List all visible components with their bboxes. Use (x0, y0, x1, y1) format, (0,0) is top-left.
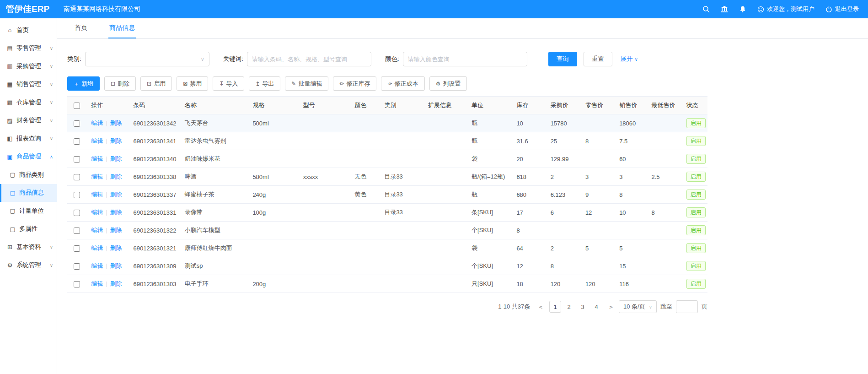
bank-icon[interactable] (721, 5, 728, 13)
cell-stock: 8 (512, 222, 546, 239)
row-checkbox[interactable] (74, 138, 80, 145)
edit-link[interactable]: 编辑 (91, 191, 103, 198)
sidebar-item-finance[interactable]: ▨财务管理∨ (0, 112, 57, 130)
next-page-button[interactable]: > (607, 304, 615, 310)
cell-retail_price: 5 (581, 239, 615, 257)
doc-icon: ▢ (9, 171, 16, 178)
edit-link[interactable]: 编辑 (91, 137, 103, 144)
welcome-user[interactable]: 欢迎您，测试用户 (757, 5, 814, 13)
sidebar-item-label: 商品类别 (19, 171, 44, 179)
row-checkbox[interactable] (74, 281, 80, 287)
edit-link[interactable]: 编辑 (91, 280, 103, 287)
chevron-down-icon: ∨ (50, 46, 53, 51)
cell-model (299, 257, 350, 275)
sidebar-item-goods-category[interactable]: ▢商品类别 (0, 166, 57, 184)
delete-link[interactable]: 删除 (110, 191, 122, 198)
select-all-checkbox[interactable] (74, 103, 80, 109)
cell-color (350, 239, 380, 257)
filter-bar: 类别: ∨ 关键词: 颜色: 查询 重置 展开 ∨ (67, 52, 712, 66)
table-row: 编辑|删除6901236301303电子手环200g只[SKU]18120120… (67, 275, 707, 293)
sidebar-item-multi-attribute[interactable]: ▢多属性 (0, 220, 57, 238)
delete-link[interactable]: 删除 (110, 173, 122, 180)
delete-link[interactable]: 删除 (110, 227, 122, 233)
logout-button[interactable]: 退出登录 (825, 5, 859, 13)
delete-button[interactable]: ⊟删除 (104, 76, 136, 91)
bell-icon[interactable] (739, 5, 746, 13)
cell-stock: 20 (512, 150, 546, 168)
page-2-button[interactable]: 2 (563, 301, 575, 313)
table-row: 编辑|删除6901236301341雷达杀虫气雾剂瓶31.62587.5启用 (67, 132, 707, 150)
prev-page-button[interactable]: < (536, 304, 545, 310)
delete-link[interactable]: 删除 (110, 119, 122, 126)
category-select[interactable]: ∨ (85, 52, 209, 66)
link-divider: | (106, 280, 107, 287)
edit-link[interactable]: 编辑 (91, 209, 103, 216)
delete-link[interactable]: 删除 (110, 280, 122, 287)
batch-edit-button[interactable]: ✎批量编辑 (285, 76, 328, 91)
delete-link[interactable]: 删除 (110, 209, 122, 216)
edit-link[interactable]: 编辑 (91, 119, 103, 126)
cell-min_price: 2.5 (647, 168, 681, 186)
cell-name: 小鹏汽车模型 (180, 222, 248, 239)
delete-link[interactable]: 删除 (110, 262, 122, 269)
reset-button[interactable]: 重置 (584, 52, 612, 66)
row-checkbox[interactable] (74, 228, 80, 234)
delete-link[interactable]: 删除 (110, 244, 122, 251)
page-1-button[interactable]: 1 (549, 301, 561, 313)
sidebar-item-label: 销售管理 (16, 80, 41, 88)
edit-link[interactable]: 编辑 (91, 244, 103, 251)
tab-goods-info[interactable]: 商品信息 (108, 18, 136, 38)
delete-link[interactable]: 删除 (110, 155, 122, 162)
column-header-status: 状态 (682, 97, 707, 114)
sidebar-item-goods[interactable]: ▣商品管理∧ (0, 148, 57, 166)
color-input[interactable] (403, 52, 527, 66)
fix-stock-button[interactable]: ✏修正库存 (333, 76, 376, 91)
page-4-button[interactable]: 4 (590, 301, 602, 313)
tab-home[interactable]: 首页 (74, 18, 88, 38)
add-button[interactable]: ＋新增 (67, 76, 100, 91)
sidebar-item-reports[interactable]: ◧报表查询∨ (0, 130, 57, 148)
cell-name: 雷达杀虫气雾剂 (180, 132, 248, 150)
search-button[interactable]: 查询 (548, 52, 577, 66)
fix-cost-button[interactable]: ✑修正成本 (381, 76, 424, 91)
delete-link[interactable]: 删除 (110, 137, 122, 144)
link-divider: | (106, 227, 107, 233)
sidebar-item-home[interactable]: ⌂首页 (0, 21, 57, 39)
row-checkbox[interactable] (74, 210, 80, 216)
sidebar-item-purchase[interactable]: ▥采购管理∨ (0, 57, 57, 76)
sidebar-item-retail[interactable]: ▤零售管理∨ (0, 39, 57, 58)
disable-button[interactable]: ⊠禁用 (177, 76, 208, 91)
column-header-model: 型号 (299, 97, 350, 114)
expand-link[interactable]: 展开 ∨ (621, 55, 638, 63)
cell-color (350, 114, 380, 132)
edit-link[interactable]: 编辑 (91, 173, 103, 180)
status-badge: 启用 (686, 172, 706, 182)
cell-model (299, 239, 350, 257)
edit-link[interactable]: 编辑 (91, 155, 103, 162)
sidebar-item-warehouse[interactable]: ▩仓库管理∨ (0, 93, 57, 112)
row-checkbox[interactable] (74, 120, 80, 127)
export-button[interactable]: ↥导出 (249, 76, 280, 91)
sidebar-item-sales[interactable]: ▦销售管理∨ (0, 76, 57, 94)
row-checkbox[interactable] (74, 245, 80, 252)
enable-button[interactable]: ⊡启用 (140, 76, 172, 91)
column-settings-button[interactable]: ⚙列设置 (429, 76, 467, 91)
sidebar-item-measure-unit[interactable]: ▢计量单位 (0, 202, 57, 220)
sidebar-item-goods-info[interactable]: ▢商品信息 (0, 184, 57, 202)
row-checkbox[interactable] (74, 174, 80, 180)
import-button[interactable]: ↧导入 (213, 76, 244, 91)
column-header-purchase_price: 采购价 (546, 97, 581, 114)
page-3-button[interactable]: 3 (577, 301, 589, 313)
cell-barcode: 6901236301303 (129, 275, 180, 293)
sidebar-item-basic-data[interactable]: ⊞基本资料∨ (0, 238, 57, 256)
edit-link[interactable]: 编辑 (91, 262, 103, 269)
keyword-input[interactable] (247, 52, 371, 66)
page-size-select[interactable]: 10 条/页 ∨ (619, 300, 657, 313)
jump-page-input[interactable] (676, 300, 698, 313)
search-icon[interactable] (702, 5, 710, 13)
row-checkbox[interactable] (74, 263, 80, 270)
row-checkbox[interactable] (74, 192, 80, 198)
sidebar-item-system[interactable]: ⚙系统管理∨ (0, 256, 57, 275)
edit-link[interactable]: 编辑 (91, 227, 103, 233)
row-checkbox[interactable] (74, 156, 80, 163)
